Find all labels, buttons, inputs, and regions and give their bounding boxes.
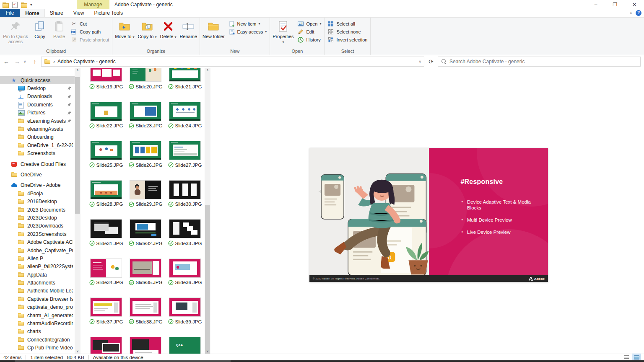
thumbnail-view-button[interactable] (632, 354, 641, 360)
ribbon-tab[interactable]: Share (45, 9, 68, 17)
sidebar-item[interactable]: 2023 Documents (0, 206, 75, 214)
details-view-button[interactable] (622, 354, 631, 360)
edit-button[interactable]: Edit (295, 28, 323, 36)
file-item[interactable]: Slide20.JPG (126, 68, 165, 102)
file-item[interactable]: Slide19.JPG (86, 68, 126, 102)
search-box[interactable] (438, 57, 641, 67)
sidebar-item[interactable]: Onboarding (0, 133, 75, 141)
sidebar-item[interactable]: DEMO-CP2019-Update2 (0, 352, 75, 354)
copy-to-button[interactable]: Copy to ▾ (136, 19, 158, 40)
sidebar-item[interactable]: elearningAssets (0, 125, 75, 133)
invert-selection-button[interactable]: Invert selection (325, 36, 369, 44)
sidebar-item[interactable]: Screenshots (0, 150, 75, 158)
paste-shortcut-button[interactable]: Paste shortcut (69, 36, 111, 44)
file-item[interactable]: Slide22.JPG (86, 102, 126, 142)
scroll-up-icon[interactable]: ∧ (205, 68, 210, 72)
open-button[interactable]: Open ▾ (295, 20, 323, 28)
qat-customize-dropdown-icon[interactable]: ▾ (30, 3, 32, 7)
sidebar-item[interactable]: charm_AI_generated_Images_fr (0, 311, 75, 319)
sidebar-item[interactable]: 2023Screenshots (0, 230, 75, 238)
sidebar-item[interactable]: Pictures (0, 109, 75, 117)
sidebar-item[interactable]: 4Pooja (0, 189, 75, 197)
file-item[interactable]: Slide41.JPG (126, 337, 165, 354)
select-none-button[interactable]: Select none (325, 28, 369, 36)
select-all-button[interactable]: Select all (325, 20, 369, 28)
file-item[interactable]: Slide34.JPG (86, 259, 126, 298)
file-item[interactable]: Slide24.JPG (165, 102, 205, 142)
sidebar-item[interactable]: Downloads (0, 93, 75, 101)
file-item[interactable]: Slide31.JPG (86, 220, 126, 259)
sidebar-item[interactable]: Adobe Captivate ACE (0, 238, 75, 246)
sidebar-item[interactable]: Attachments (0, 279, 75, 287)
file-item[interactable]: Slide29.JPG (126, 181, 165, 220)
sidebar-item[interactable]: Quick access (0, 76, 75, 84)
file-item[interactable]: Slide36.JPG (165, 259, 205, 298)
delete-button[interactable]: Delete ▾ (158, 19, 178, 40)
file-item[interactable]: Q&A Slide42.JPG (165, 337, 205, 354)
cut-button[interactable]: ✂Cut (69, 20, 111, 28)
sidebar-item[interactable]: Allen P (0, 254, 75, 262)
file-list-scrollbar[interactable]: ∧ ∨ (205, 68, 210, 354)
sidebar-scrollbar[interactable]: ∧ ∨ (75, 68, 80, 354)
breadcrumb-path[interactable]: Adobe Captivate - generic (57, 59, 116, 65)
file-item[interactable]: Slide33.JPG (165, 220, 205, 259)
scroll-up-icon[interactable]: ∧ (75, 68, 80, 72)
file-item[interactable]: Slide30.JPG (165, 181, 205, 220)
scroll-down-icon[interactable]: ∨ (205, 349, 210, 353)
back-icon[interactable]: ← (2, 58, 11, 65)
sidebar-item[interactable]: eLearning Assets (0, 117, 75, 125)
collapse-ribbon-icon[interactable]: ∧ (629, 11, 632, 15)
file-item[interactable]: Slide23.JPG (126, 102, 165, 142)
file-item[interactable]: Slide38.JPG (126, 298, 165, 337)
sidebar-item[interactable]: 2023Desktop (0, 214, 75, 222)
sidebar-item[interactable]: 2023Downloads (0, 222, 75, 230)
sidebar-item[interactable]: Creative Cloud Files (0, 160, 75, 168)
pin-to-quick-access-button[interactable]: Pin to Quick access (1, 19, 30, 44)
ribbon-tab[interactable]: Picture Tools (89, 9, 128, 17)
sidebar-item[interactable]: OneDrive (0, 171, 75, 178)
new-item-button[interactable]: New item ▾ (226, 20, 269, 28)
sidebar-item[interactable]: Desktop (0, 84, 75, 92)
breadcrumb[interactable]: › Adobe Captivate - generic ∨ (41, 57, 424, 67)
forward-icon[interactable]: → (13, 58, 22, 65)
sidebar-item[interactable]: captivate_demo_project_resour (0, 303, 75, 311)
scrollbar-thumb[interactable] (75, 77, 80, 214)
history-button[interactable]: History (295, 36, 323, 44)
rename-button[interactable]: Rename (178, 19, 199, 39)
address-dropdown-icon[interactable]: ∨ (418, 59, 421, 64)
file-item[interactable]: Slide25.JPG (86, 141, 126, 181)
scrollbar-thumb[interactable] (205, 205, 210, 354)
close-button[interactable]: ✕ (625, 0, 644, 9)
copy-path-button[interactable]: w Copy path (69, 28, 111, 36)
file-item[interactable]: Slide26.JPG (126, 141, 165, 181)
sidebar-item[interactable]: AppData (0, 271, 75, 279)
file-item[interactable]: Slide35.JPG (126, 259, 165, 298)
file-item[interactable]: Slide27.JPG (165, 141, 205, 181)
help-icon[interactable]: ? (636, 10, 641, 16)
new-folder-button[interactable]: New folder (201, 19, 226, 39)
qat-new-folder-icon[interactable] (21, 2, 27, 8)
search-input[interactable] (449, 59, 637, 65)
minimize-button[interactable]: – (586, 0, 605, 9)
sidebar-item[interactable]: OneDrive - Adobe (0, 181, 75, 189)
sidebar-item[interactable]: Cp Pub Prime Video (0, 344, 75, 352)
restore-button[interactable]: ❐ (605, 0, 625, 9)
sidebar-item[interactable]: allenP_fall2022SystemBackup (0, 263, 75, 271)
properties-button[interactable]: Properties▾ (271, 19, 295, 45)
sidebar-item[interactable]: ConnectIntegration (0, 336, 75, 344)
sidebar-item[interactable]: Authentic Mobile Learning (0, 287, 75, 295)
sidebar-item[interactable]: Documents (0, 101, 75, 109)
file-item[interactable]: Slide32.JPG (126, 220, 165, 259)
copy-button[interactable]: Copy (30, 19, 49, 39)
file-item[interactable]: Slide39.JPG (165, 298, 205, 337)
qat-properties-icon[interactable] (12, 2, 18, 8)
recent-locations-dropdown-icon[interactable]: ∨ (23, 59, 29, 64)
sidebar-item[interactable]: 2016Desktop (0, 197, 75, 205)
ribbon-tab[interactable]: File (0, 9, 20, 17)
scroll-down-icon[interactable]: ∨ (75, 349, 80, 353)
file-item[interactable]: Slide40.JPG (86, 337, 126, 354)
file-item[interactable]: Slide28.JPG (86, 181, 126, 220)
refresh-icon[interactable]: ⟳ (426, 57, 436, 67)
sidebar-item[interactable]: Adobe_Captivate_Prime_Assets (0, 246, 75, 254)
sidebar-item[interactable]: charmAudioRecordingsForMark (0, 319, 75, 327)
